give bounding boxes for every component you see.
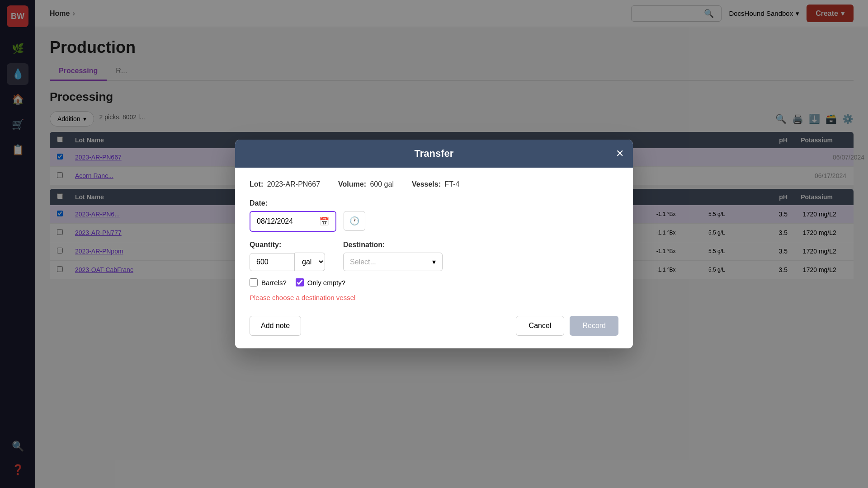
unit-select[interactable]: gal L bbl <box>295 253 325 271</box>
lot-info: Lot: 2023-AR-PN667 <box>250 180 320 188</box>
only-empty-checkbox[interactable] <box>296 278 304 286</box>
time-icon: 🕐 <box>349 216 359 225</box>
calendar-icon[interactable]: 📅 <box>319 216 329 226</box>
modal-header: Transfer ✕ <box>235 140 633 168</box>
modal-close-button[interactable]: ✕ <box>616 148 624 160</box>
quantity-label: Quantity: <box>250 241 325 249</box>
barrels-checkbox[interactable] <box>250 278 258 286</box>
only-empty-checkbox-item: Only empty? <box>296 278 345 286</box>
error-message: Please choose a destination vessel <box>250 294 618 301</box>
date-label: Date: <box>250 199 618 207</box>
time-button[interactable]: 🕐 <box>344 211 365 231</box>
cancel-button[interactable]: Cancel <box>516 316 565 336</box>
date-row: 📅 🕐 <box>250 211 618 232</box>
barrels-label: Barrels? <box>261 279 287 286</box>
barrels-checkbox-item: Barrels? <box>250 278 287 286</box>
modal-footer: Add note Cancel Record <box>250 310 618 336</box>
destination-label: Destination: <box>343 241 443 249</box>
destination-section: Destination: Select... ▾ <box>343 241 443 271</box>
modal-info: Lot: 2023-AR-PN667 Volume: 600 gal Vesse… <box>250 180 618 188</box>
modal-body: Lot: 2023-AR-PN667 Volume: 600 gal Vesse… <box>235 168 633 348</box>
date-field[interactable] <box>257 217 316 225</box>
transfer-modal: Transfer ✕ Lot: 2023-AR-PN667 Volume: 60… <box>235 140 633 348</box>
volume-info: Volume: 600 gal <box>338 180 394 188</box>
modal-title: Transfer <box>415 148 454 160</box>
date-input-wrapper[interactable]: 📅 <box>250 211 336 232</box>
quantity-input-group: gal L bbl <box>250 253 325 271</box>
modal-overlay: Transfer ✕ Lot: 2023-AR-PN667 Volume: 60… <box>0 0 868 488</box>
destination-placeholder: Select... <box>350 258 376 266</box>
vessels-info: Vessels: FT-4 <box>412 180 459 188</box>
quantity-section: Quantity: gal L bbl <box>250 241 325 271</box>
checkboxes-row: Barrels? Only empty? <box>250 278 618 286</box>
destination-select[interactable]: Select... ▾ <box>343 253 443 271</box>
add-note-button[interactable]: Add note <box>250 316 301 336</box>
destination-arrow-icon: ▾ <box>432 258 436 266</box>
record-button[interactable]: Record <box>570 316 618 336</box>
modal-actions: Cancel Record <box>516 316 618 336</box>
quantity-input[interactable] <box>250 253 295 271</box>
only-empty-label: Only empty? <box>307 279 345 286</box>
